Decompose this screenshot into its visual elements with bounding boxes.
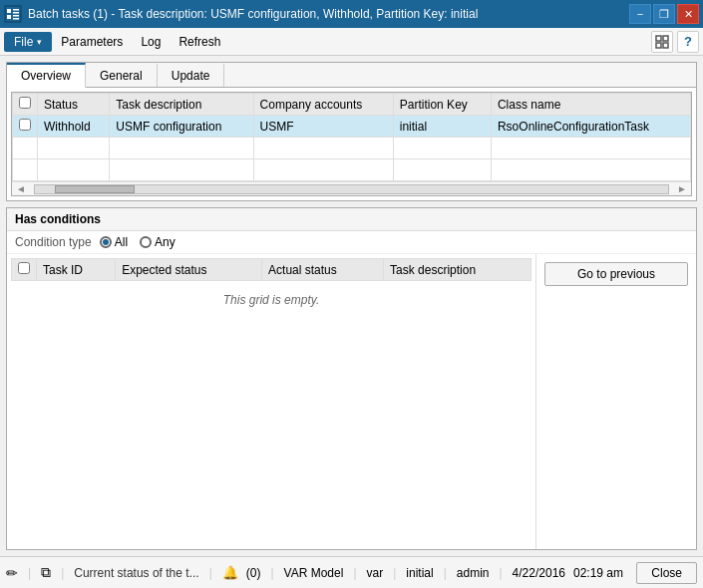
tab-update[interactable]: Update — [158, 63, 225, 87]
menu-bar: File ▾ Parameters Log Refresh ? — [0, 28, 703, 56]
svg-rect-7 — [656, 36, 661, 41]
horizontal-scrollbar[interactable]: ◄ ► — [12, 181, 691, 195]
cond-col-checkbox — [12, 259, 37, 281]
condition-type-row: Condition type All Any — [7, 231, 696, 254]
svg-rect-4 — [13, 12, 19, 14]
conditions-content: Task ID Expected status Actual status Ta… — [7, 254, 696, 549]
condition-type-label: Condition type — [15, 235, 92, 249]
refresh-menu-item[interactable]: Refresh — [170, 31, 229, 53]
scrollbar-track[interactable] — [34, 184, 669, 194]
conditions-grid-table: Task ID Expected status Actual status Ta… — [11, 258, 531, 319]
grid-view-button[interactable] — [651, 31, 673, 53]
svg-rect-6 — [13, 18, 19, 20]
partition-key-cell: initial — [393, 116, 491, 138]
admin-label: admin — [457, 566, 490, 580]
status-close-button[interactable]: Close — [636, 562, 697, 584]
parameters-menu-item[interactable]: Parameters — [52, 31, 132, 53]
log-menu-item[interactable]: Log — [132, 31, 170, 53]
status-text: Current status of the t... — [74, 566, 198, 580]
scrollbar-thumb[interactable] — [55, 185, 135, 193]
col-company-accounts: Company accounts — [253, 94, 393, 116]
initial-label: initial — [406, 566, 433, 580]
status-bar: ✏ | ⧉ | Current status of the t... | 🔔 (… — [0, 556, 703, 588]
tasks-grid-outer: Status Task description Company accounts… — [11, 92, 692, 196]
radio-all-circle — [100, 236, 112, 248]
row-select-checkbox[interactable] — [19, 119, 31, 131]
radio-any[interactable]: Any — [140, 235, 176, 249]
conditions-actions: Go to previous — [536, 254, 696, 549]
tasks-grid-table: Status Task description Company accounts… — [12, 93, 691, 181]
model-label: VAR Model — [284, 566, 344, 580]
window-title: Batch tasks (1) - Task description: USMF… — [28, 7, 629, 21]
radio-all[interactable]: All — [100, 235, 128, 249]
svg-rect-1 — [7, 9, 11, 13]
go-to-previous-button[interactable]: Go to previous — [544, 262, 688, 286]
row-checkbox-cell — [13, 116, 38, 138]
window-controls: − ❐ ✕ — [629, 4, 699, 24]
status-cell: Withhold — [38, 116, 110, 138]
menu-icon-area: ? — [651, 31, 699, 53]
file-menu-button[interactable]: File ▾ — [4, 32, 52, 52]
var-label: var — [367, 566, 384, 580]
app-icon — [4, 5, 22, 23]
table-row-empty2 — [13, 159, 691, 181]
class-name-cell: RsoOnlineConfigurationTask — [491, 116, 690, 138]
tasks-grid-header: Status Task description Company accounts… — [13, 94, 691, 116]
main-container: Overview General Update Status — [0, 56, 703, 556]
select-all-checkbox[interactable] — [19, 97, 31, 109]
company-cell: USMF — [253, 116, 393, 138]
conditions-section: Has conditions Condition type All Any — [6, 207, 697, 550]
tasks-tab-panel: Overview General Update Status — [6, 62, 697, 201]
conditions-header: Has conditions — [7, 208, 696, 231]
svg-rect-5 — [13, 15, 19, 17]
tab-overview[interactable]: Overview — [7, 63, 86, 88]
title-bar: Batch tasks (1) - Task description: USMF… — [0, 0, 703, 28]
col-class-name: Class name — [491, 94, 690, 116]
conditions-grid: Task ID Expected status Actual status Ta… — [7, 254, 536, 549]
tasks-grid-scroll[interactable]: Status Task description Company accounts… — [12, 93, 691, 181]
col-checkbox — [13, 94, 38, 116]
table-row-empty1 — [13, 138, 691, 159]
minimize-button[interactable]: − — [629, 4, 651, 24]
radio-any-circle — [140, 236, 152, 248]
svg-rect-8 — [663, 36, 668, 41]
col-task-description: Task description — [110, 94, 253, 116]
time-label: 02:19 am — [573, 566, 623, 580]
edit-icon[interactable]: ✏ — [6, 565, 18, 581]
cond-col-actual: Actual status — [262, 259, 384, 281]
cond-col-expected: Expected status — [116, 259, 262, 281]
tab-list: Overview General Update — [7, 63, 696, 88]
task-desc-cell: USMF configuration — [110, 116, 253, 138]
svg-rect-2 — [7, 15, 11, 19]
bell-icon: 🔔 — [222, 565, 238, 580]
svg-rect-9 — [656, 43, 661, 48]
cond-col-desc: Task description — [384, 259, 531, 281]
cond-col-taskid: Task ID — [37, 259, 116, 281]
svg-rect-3 — [13, 9, 19, 11]
col-status: Status — [38, 94, 110, 116]
radio-group: All Any — [100, 235, 176, 249]
bell-count: (0) — [246, 566, 261, 580]
empty-grid-message: This grid is empty. — [12, 281, 531, 319]
copy-icon[interactable]: ⧉ — [41, 564, 51, 581]
svg-rect-0 — [5, 6, 21, 22]
restore-button[interactable]: ❐ — [653, 4, 675, 24]
cond-empty-row: This grid is empty. — [12, 281, 531, 320]
tab-general[interactable]: General — [86, 63, 158, 87]
help-button[interactable]: ? — [677, 31, 699, 53]
cond-grid-header: Task ID Expected status Actual status Ta… — [12, 259, 531, 281]
svg-rect-10 — [663, 43, 668, 48]
close-window-button[interactable]: ✕ — [677, 4, 699, 24]
col-partition-key: Partition Key — [393, 94, 491, 116]
table-row[interactable]: Withhold USMF configuration USMF initial… — [13, 116, 691, 138]
date-label: 4/22/2016 — [513, 566, 565, 580]
cond-select-all[interactable] — [18, 262, 30, 274]
